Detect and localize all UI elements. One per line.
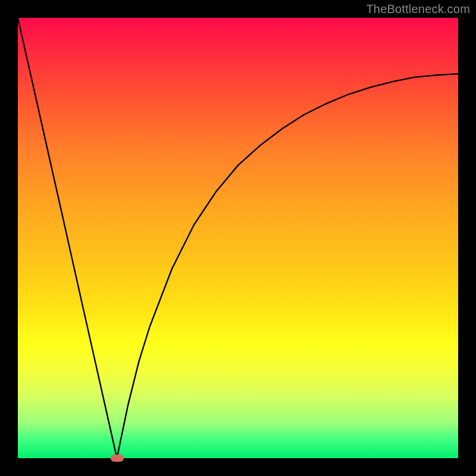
plot-area — [18, 18, 458, 458]
chart-frame: TheBottleneck.com — [0, 0, 476, 476]
watermark-text: TheBottleneck.com — [366, 2, 470, 16]
bottleneck-curve — [18, 18, 458, 458]
minimum-marker — [111, 455, 124, 462]
